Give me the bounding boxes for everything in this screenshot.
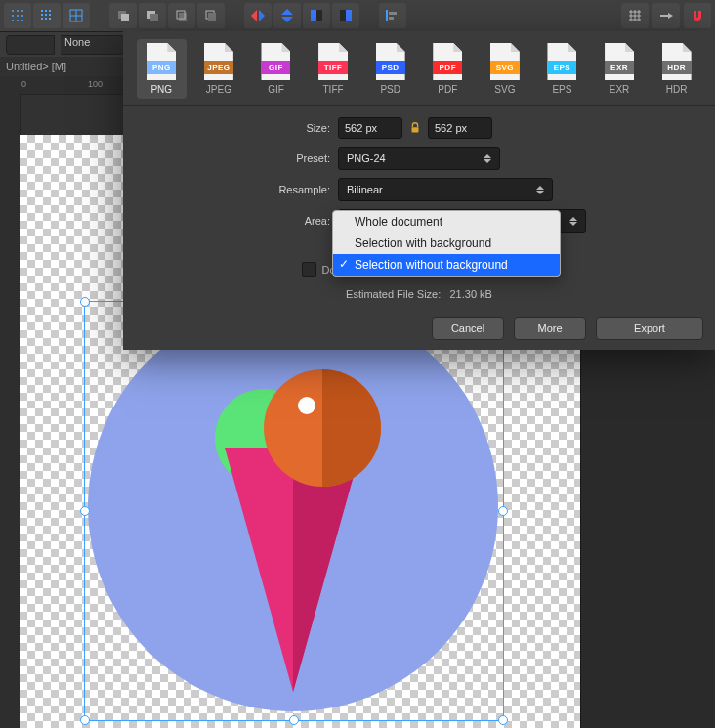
handle-bottom-left[interactable] xyxy=(80,715,90,725)
arrange-backward-button[interactable] xyxy=(168,3,195,28)
guides-button[interactable] xyxy=(652,3,680,28)
snapping-toggle-button[interactable] xyxy=(684,3,711,28)
stepper-icon xyxy=(569,212,583,230)
svg-rect-16 xyxy=(45,18,47,20)
align-button[interactable] xyxy=(379,3,406,28)
format-hdr[interactable]: HDRHDR xyxy=(652,39,701,99)
resample-value: Bilinear xyxy=(347,184,383,195)
snap-object-button[interactable] xyxy=(63,3,90,28)
area-option[interactable]: Selection without background xyxy=(333,254,560,276)
svg-marker-47 xyxy=(668,13,673,19)
stroke-width-input[interactable] xyxy=(6,35,55,55)
svg-point-3 xyxy=(12,15,14,17)
file-icon: JPEG xyxy=(204,43,233,80)
format-row: PNGPNGJPEGJPEGGIFGIFTIFFTIFFPSDPSDPDFPDF… xyxy=(123,31,715,106)
snap-grid-button[interactable] xyxy=(4,3,31,28)
format-label: PDF xyxy=(438,84,457,95)
selection-bounds[interactable] xyxy=(84,301,504,721)
export-button[interactable]: Export xyxy=(596,317,703,340)
stroke-dash-input[interactable]: None xyxy=(61,35,124,55)
document-tab[interactable]: Untitled> [M] xyxy=(6,61,66,72)
ruler-vertical xyxy=(0,94,21,728)
rotate-ccw-icon xyxy=(309,8,324,23)
format-label: SVG xyxy=(494,84,515,95)
rotate-ccw-button[interactable] xyxy=(303,3,330,28)
handle-top-left[interactable] xyxy=(80,297,90,307)
dont-export-checkbox[interactable] xyxy=(302,262,316,277)
size-label: Size: xyxy=(143,122,338,134)
snap-object-icon xyxy=(68,8,84,23)
area-label: Area: xyxy=(143,215,338,227)
svg-marker-31 xyxy=(281,9,293,15)
rotate-cw-button[interactable] xyxy=(332,3,359,28)
svg-marker-30 xyxy=(259,10,265,21)
svg-point-0 xyxy=(12,10,14,12)
svg-marker-32 xyxy=(281,17,293,22)
est-label: Estimated File Size: xyxy=(346,288,441,300)
magnet-icon xyxy=(690,8,705,23)
rotate-cw-icon xyxy=(338,8,354,23)
grid-manager-button[interactable] xyxy=(621,3,649,28)
svg-rect-48 xyxy=(412,127,419,132)
svg-rect-14 xyxy=(49,14,51,16)
svg-point-5 xyxy=(21,15,23,17)
arrange-back-button[interactable] xyxy=(197,3,225,28)
width-input[interactable] xyxy=(338,117,402,139)
lock-icon[interactable] xyxy=(408,121,422,135)
arrange-forward-button[interactable] xyxy=(139,3,166,28)
format-tiff[interactable]: TIFFTIFF xyxy=(309,39,358,99)
area-option[interactable]: Selection with background xyxy=(333,233,560,254)
format-png[interactable]: PNGPNG xyxy=(137,39,187,99)
snap-pixel-icon xyxy=(39,8,55,23)
file-icon: EXR xyxy=(605,43,634,80)
format-label: EPS xyxy=(552,84,571,95)
svg-rect-9 xyxy=(41,10,43,12)
area-menu[interactable]: Whole documentSelection with backgroundS… xyxy=(332,210,561,277)
flip-v-icon xyxy=(279,8,295,23)
preset-combo[interactable]: PNG-24 xyxy=(338,147,500,170)
flip-horizontal-button[interactable] xyxy=(244,3,272,28)
svg-rect-15 xyxy=(41,18,43,20)
svg-rect-11 xyxy=(49,10,51,12)
handle-bottom[interactable] xyxy=(289,715,299,725)
more-button[interactable]: More xyxy=(514,317,586,340)
svg-rect-35 xyxy=(340,10,346,21)
handle-right[interactable] xyxy=(498,506,508,516)
flip-vertical-button[interactable] xyxy=(273,3,301,28)
svg-point-7 xyxy=(17,20,19,21)
grid-icon xyxy=(627,8,643,23)
cancel-button[interactable]: Cancel xyxy=(432,317,504,340)
area-option[interactable]: Whole document xyxy=(333,211,560,233)
svg-rect-17 xyxy=(49,18,51,20)
handle-left[interactable] xyxy=(80,506,90,516)
resample-combo[interactable]: Bilinear xyxy=(338,178,553,201)
format-label: TIFF xyxy=(323,84,344,95)
format-gif[interactable]: GIFGIF xyxy=(251,39,301,99)
format-pdf[interactable]: PDFPDF xyxy=(423,39,473,99)
format-label: HDR xyxy=(666,84,688,95)
snap-pixel-button[interactable] xyxy=(33,3,61,28)
format-jpeg[interactable]: JPEGJPEG xyxy=(194,39,244,99)
stepper-icon xyxy=(484,150,497,167)
preset-value: PNG-24 xyxy=(347,152,386,164)
format-exr[interactable]: EXREXR xyxy=(595,39,645,99)
format-svg[interactable]: SVGSVG xyxy=(481,39,530,99)
handle-bottom-right[interactable] xyxy=(498,715,508,725)
main-toolbar xyxy=(0,0,715,32)
ruler-mark: 100 xyxy=(88,79,103,89)
file-icon: PDF xyxy=(433,43,462,80)
svg-rect-36 xyxy=(346,10,352,21)
format-eps[interactable]: EPSEPS xyxy=(537,39,587,99)
format-psd[interactable]: PSDPSD xyxy=(365,39,415,99)
file-icon: TIFF xyxy=(318,43,348,80)
svg-rect-38 xyxy=(389,12,397,15)
file-icon: EPS xyxy=(547,43,576,80)
svg-rect-13 xyxy=(45,14,47,16)
preset-label: Preset: xyxy=(143,152,338,164)
ruler-mark: 0 xyxy=(21,79,26,89)
height-input[interactable] xyxy=(428,117,492,139)
format-label: JPEG xyxy=(206,84,231,95)
svg-point-6 xyxy=(12,20,14,21)
arrange-front-button[interactable] xyxy=(109,3,137,28)
svg-point-2 xyxy=(21,10,23,12)
